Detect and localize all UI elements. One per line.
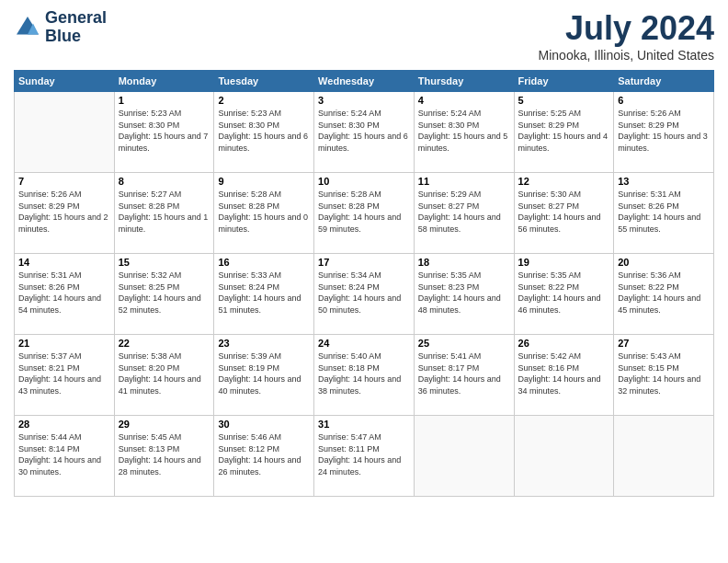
day-info: Sunrise: 5:35 AM Sunset: 8:23 PM Dayligh…: [418, 270, 510, 316]
day-info: Sunrise: 5:31 AM Sunset: 8:26 PM Dayligh…: [18, 270, 110, 316]
day-cell: 7Sunrise: 5:26 AM Sunset: 8:29 PM Daylig…: [15, 173, 115, 254]
logo-text: General Blue: [45, 9, 107, 46]
weekday-header-monday: Monday: [114, 71, 214, 92]
day-info: Sunrise: 5:39 AM Sunset: 8:19 PM Dayligh…: [218, 350, 310, 396]
day-number: 18: [418, 257, 510, 268]
logo-line2: Blue: [45, 28, 107, 46]
day-number: 6: [618, 95, 710, 106]
day-number: 9: [218, 176, 310, 187]
weekday-header-wednesday: Wednesday: [314, 71, 415, 92]
day-cell: 2Sunrise: 5:23 AM Sunset: 8:30 PM Daylig…: [214, 92, 314, 173]
day-cell: [514, 416, 614, 497]
day-number: 15: [119, 257, 210, 268]
weekday-header-thursday: Thursday: [414, 71, 514, 92]
day-cell: [15, 92, 115, 173]
weekday-header-sunday: Sunday: [15, 71, 115, 92]
day-cell: 30Sunrise: 5:46 AM Sunset: 8:12 PM Dayli…: [214, 416, 314, 497]
day-cell: 24Sunrise: 5:40 AM Sunset: 8:18 PM Dayli…: [314, 335, 415, 416]
day-cell: 12Sunrise: 5:30 AM Sunset: 8:27 PM Dayli…: [514, 173, 614, 254]
week-row-4: 21Sunrise: 5:37 AM Sunset: 8:21 PM Dayli…: [15, 335, 714, 416]
day-number: 30: [218, 419, 310, 430]
day-cell: 31Sunrise: 5:47 AM Sunset: 8:11 PM Dayli…: [314, 416, 415, 497]
day-number: 2: [218, 95, 310, 106]
day-info: Sunrise: 5:31 AM Sunset: 8:26 PM Dayligh…: [618, 189, 710, 235]
day-number: 31: [318, 419, 410, 430]
day-cell: 11Sunrise: 5:29 AM Sunset: 8:27 PM Dayli…: [414, 173, 514, 254]
day-cell: 19Sunrise: 5:35 AM Sunset: 8:22 PM Dayli…: [514, 254, 614, 335]
day-info: Sunrise: 5:40 AM Sunset: 8:18 PM Dayligh…: [318, 350, 410, 396]
day-number: 20: [618, 257, 710, 268]
day-number: 17: [318, 257, 410, 268]
day-info: Sunrise: 5:37 AM Sunset: 8:21 PM Dayligh…: [18, 350, 110, 396]
day-cell: 17Sunrise: 5:34 AM Sunset: 8:24 PM Dayli…: [314, 254, 415, 335]
day-cell: 21Sunrise: 5:37 AM Sunset: 8:21 PM Dayli…: [15, 335, 115, 416]
day-info: Sunrise: 5:24 AM Sunset: 8:30 PM Dayligh…: [418, 108, 510, 154]
day-info: Sunrise: 5:26 AM Sunset: 8:29 PM Dayligh…: [18, 189, 110, 235]
day-cell: 15Sunrise: 5:32 AM Sunset: 8:25 PM Dayli…: [114, 254, 214, 335]
day-info: Sunrise: 5:27 AM Sunset: 8:28 PM Dayligh…: [119, 189, 210, 235]
day-info: Sunrise: 5:36 AM Sunset: 8:22 PM Dayligh…: [618, 270, 710, 316]
day-info: Sunrise: 5:28 AM Sunset: 8:28 PM Dayligh…: [318, 189, 410, 235]
weekday-header-tuesday: Tuesday: [214, 71, 314, 92]
day-info: Sunrise: 5:34 AM Sunset: 8:24 PM Dayligh…: [318, 270, 410, 316]
day-info: Sunrise: 5:33 AM Sunset: 8:24 PM Dayligh…: [218, 270, 310, 316]
day-cell: 9Sunrise: 5:28 AM Sunset: 8:28 PM Daylig…: [214, 173, 314, 254]
day-number: 11: [418, 176, 510, 187]
day-number: 19: [518, 257, 610, 268]
day-cell: 16Sunrise: 5:33 AM Sunset: 8:24 PM Dayli…: [214, 254, 314, 335]
day-number: 7: [18, 176, 110, 187]
day-cell: 25Sunrise: 5:41 AM Sunset: 8:17 PM Dayli…: [414, 335, 514, 416]
day-info: Sunrise: 5:26 AM Sunset: 8:29 PM Dayligh…: [618, 108, 710, 154]
day-cell: 20Sunrise: 5:36 AM Sunset: 8:22 PM Dayli…: [614, 254, 714, 335]
day-info: Sunrise: 5:44 AM Sunset: 8:14 PM Dayligh…: [18, 431, 110, 477]
month-title: July 2024: [539, 9, 714, 48]
weekday-header-saturday: Saturday: [614, 71, 714, 92]
title-block: July 2024 Minooka, Illinois, United Stat…: [539, 9, 714, 63]
day-number: 24: [318, 338, 410, 349]
day-cell: 6Sunrise: 5:26 AM Sunset: 8:29 PM Daylig…: [614, 92, 714, 173]
day-cell: 28Sunrise: 5:44 AM Sunset: 8:14 PM Dayli…: [15, 416, 115, 497]
logo-icon: [14, 14, 41, 41]
weekday-header-friday: Friday: [514, 71, 614, 92]
day-cell: [414, 416, 514, 497]
day-info: Sunrise: 5:23 AM Sunset: 8:30 PM Dayligh…: [119, 108, 210, 154]
day-number: 1: [119, 95, 210, 106]
day-cell: 22Sunrise: 5:38 AM Sunset: 8:20 PM Dayli…: [114, 335, 214, 416]
day-number: 5: [518, 95, 610, 106]
day-info: Sunrise: 5:43 AM Sunset: 8:15 PM Dayligh…: [618, 350, 710, 396]
day-info: Sunrise: 5:41 AM Sunset: 8:17 PM Dayligh…: [418, 350, 510, 396]
day-number: 13: [618, 176, 710, 187]
day-number: 23: [218, 338, 310, 349]
day-number: 21: [18, 338, 110, 349]
day-number: 25: [418, 338, 510, 349]
day-info: Sunrise: 5:38 AM Sunset: 8:20 PM Dayligh…: [119, 350, 210, 396]
day-number: 10: [318, 176, 410, 187]
day-number: 16: [218, 257, 310, 268]
day-info: Sunrise: 5:32 AM Sunset: 8:25 PM Dayligh…: [119, 270, 210, 316]
day-info: Sunrise: 5:23 AM Sunset: 8:30 PM Dayligh…: [218, 108, 310, 154]
calendar-table: SundayMondayTuesdayWednesdayThursdayFrid…: [14, 70, 714, 497]
day-number: 22: [119, 338, 210, 349]
day-number: 27: [618, 338, 710, 349]
day-cell: 14Sunrise: 5:31 AM Sunset: 8:26 PM Dayli…: [15, 254, 115, 335]
logo-line1: General: [45, 9, 107, 28]
day-number: 29: [119, 419, 210, 430]
day-info: Sunrise: 5:28 AM Sunset: 8:28 PM Dayligh…: [218, 189, 310, 235]
day-cell: 18Sunrise: 5:35 AM Sunset: 8:23 PM Dayli…: [414, 254, 514, 335]
day-cell: 29Sunrise: 5:45 AM Sunset: 8:13 PM Dayli…: [114, 416, 214, 497]
day-cell: 13Sunrise: 5:31 AM Sunset: 8:26 PM Dayli…: [614, 173, 714, 254]
day-info: Sunrise: 5:42 AM Sunset: 8:16 PM Dayligh…: [518, 350, 610, 396]
day-cell: 27Sunrise: 5:43 AM Sunset: 8:15 PM Dayli…: [614, 335, 714, 416]
day-info: Sunrise: 5:35 AM Sunset: 8:22 PM Dayligh…: [518, 270, 610, 316]
day-info: Sunrise: 5:46 AM Sunset: 8:12 PM Dayligh…: [218, 431, 310, 477]
day-info: Sunrise: 5:29 AM Sunset: 8:27 PM Dayligh…: [418, 189, 510, 235]
day-number: 12: [518, 176, 610, 187]
day-info: Sunrise: 5:25 AM Sunset: 8:29 PM Dayligh…: [518, 108, 610, 154]
week-row-2: 7Sunrise: 5:26 AM Sunset: 8:29 PM Daylig…: [15, 173, 714, 254]
week-row-3: 14Sunrise: 5:31 AM Sunset: 8:26 PM Dayli…: [15, 254, 714, 335]
day-cell: 26Sunrise: 5:42 AM Sunset: 8:16 PM Dayli…: [514, 335, 614, 416]
day-number: 28: [18, 419, 110, 430]
day-cell: 8Sunrise: 5:27 AM Sunset: 8:28 PM Daylig…: [114, 173, 214, 254]
day-info: Sunrise: 5:47 AM Sunset: 8:11 PM Dayligh…: [318, 431, 410, 477]
day-number: 4: [418, 95, 510, 106]
